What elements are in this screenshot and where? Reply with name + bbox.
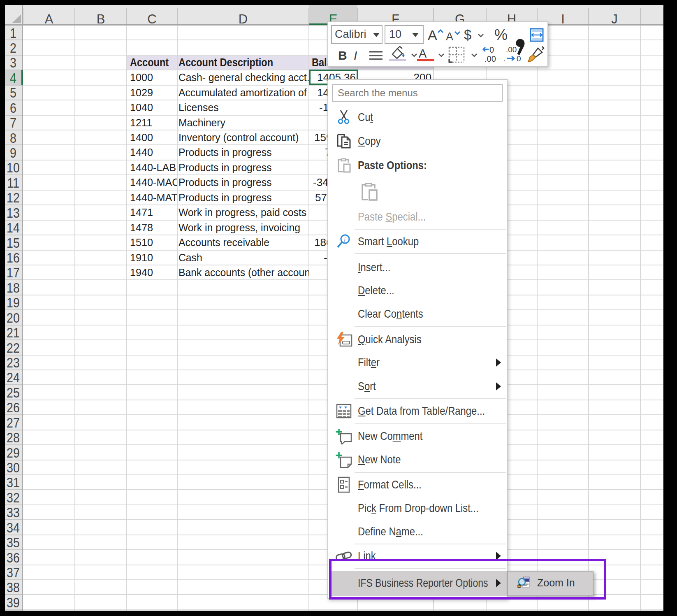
svg-text:.00: .00 bbox=[485, 54, 496, 63]
svg-text:.: . bbox=[503, 54, 505, 63]
svg-text:0: 0 bbox=[517, 54, 521, 63]
svg-text:i: i bbox=[344, 236, 345, 243]
svg-text:.00: .00 bbox=[506, 45, 517, 54]
svg-text:0: 0 bbox=[489, 45, 494, 54]
